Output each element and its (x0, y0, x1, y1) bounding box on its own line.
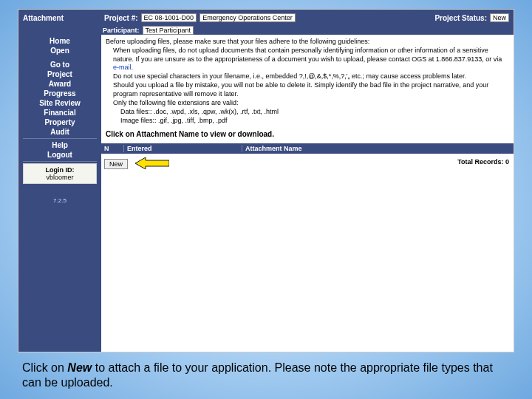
sidebar-item-sitereview[interactable]: Site Review (18, 98, 101, 108)
sidebar-item-award[interactable]: Award (18, 79, 101, 89)
project-name-value: Emergency Operations Center (200, 13, 296, 22)
guidelines: Before uploading files, please make sure… (101, 35, 514, 143)
col-entered: Entered (123, 145, 242, 152)
sidebar-item-progress[interactable]: Progress (18, 89, 101, 98)
guideline-callout: Click on Attachment Name to view or down… (106, 130, 509, 140)
page-title: Attachment (20, 14, 101, 22)
table-action-row: New (101, 154, 514, 174)
login-block: Login ID: vbloomer (23, 163, 98, 184)
caption-emphasis: New (67, 361, 92, 374)
content-area: Before uploading files, please make sure… (101, 35, 514, 352)
sidebar-item-help[interactable]: Help (18, 140, 101, 150)
sidebar-item-project[interactable]: Project (18, 69, 101, 79)
project-status: Project Status: New (434, 13, 514, 22)
new-button[interactable]: New (104, 159, 128, 169)
guideline-intro: Before uploading files, please make sure… (106, 38, 509, 46)
login-label: Login ID: (25, 166, 95, 174)
table-header: N Entered Attachment Name (101, 143, 514, 154)
col-attachment-name: Attachment Name (242, 145, 514, 152)
email-link[interactable]: e-mail (113, 64, 132, 71)
participant-label: Participant: (103, 27, 140, 34)
project-info: Project #: EC 08-1001-D00 Emergency Oper… (104, 13, 296, 22)
guideline-5: Data files:: .doc, .wpd, .xls, .qpw, .wk… (106, 108, 509, 116)
main-area: Home Open Go to Project Award Progress S… (18, 35, 514, 352)
version-label: 7.2.5 (53, 197, 66, 204)
col-n: N (101, 145, 123, 152)
sidebar: Home Open Go to Project Award Progress S… (18, 35, 101, 352)
table-body: New Total Records: 0 (101, 154, 514, 352)
status-label: Project Status: (434, 14, 487, 22)
app-window: Attachment Project #: EC 08-1001-D00 Eme… (18, 9, 514, 352)
guideline-1: When uploading files, do not upload docu… (106, 47, 509, 72)
project-number-label: Project #: (104, 14, 138, 22)
guideline-4: Only the following file extensions are v… (106, 99, 509, 107)
participant-value: Test Participant (143, 26, 194, 35)
status-value: New (490, 13, 509, 22)
sidebar-item-home[interactable]: Home (18, 36, 101, 46)
sidebar-item-financial[interactable]: Financial (18, 108, 101, 117)
header-bar: Attachment Project #: EC 08-1001-D00 Eme… (18, 10, 514, 26)
sidebar-item-open[interactable]: Open (18, 46, 101, 55)
total-records: Total Records: 0 (457, 158, 509, 166)
sidebar-item-goto[interactable]: Go to (18, 60, 101, 69)
slide-caption: Click on New to attach a file to your ap… (22, 361, 510, 390)
guideline-6: Image files:: .gif, .jpg, .tiff, .bmp, .… (106, 117, 509, 125)
login-value: vbloomer (25, 174, 95, 181)
sidebar-item-audit[interactable]: Audit (18, 127, 101, 137)
project-number-value: EC 08-1001-D00 (141, 13, 197, 22)
sidebar-item-property[interactable]: Property (18, 117, 101, 127)
sidebar-item-logout[interactable]: Logout (18, 150, 101, 160)
guideline-3: Should you upload a file by mistake, you… (106, 81, 509, 98)
guideline-2: Do not use special characters in your fi… (106, 72, 509, 81)
participant-row: Participant: Test Participant (18, 26, 514, 35)
